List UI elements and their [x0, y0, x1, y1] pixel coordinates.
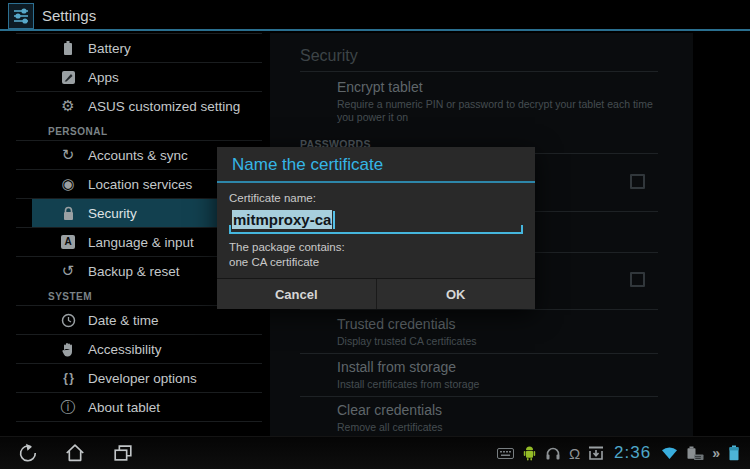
sidebar-item-battery[interactable]: Battery	[0, 34, 262, 62]
dialog-button-bar: Cancel OK	[217, 278, 535, 309]
trusted-credentials-row[interactable]: Trusted credentials Display trusted CA c…	[270, 310, 693, 353]
checkbox-unchecked[interactable]	[630, 174, 645, 189]
clock-icon	[58, 313, 78, 328]
sidebar-item-accessibility[interactable]: Accessibility	[0, 335, 262, 363]
package-contains-label: The package contains:	[229, 240, 523, 255]
chevrons-icon: »	[712, 445, 720, 461]
hand-icon	[58, 342, 78, 357]
apps-icon	[58, 70, 78, 85]
clock-time: 2:36	[614, 443, 651, 463]
recent-apps-button[interactable]	[110, 441, 136, 465]
lock-icon	[58, 206, 78, 221]
dialog-title: Name the certificate	[217, 147, 535, 181]
location-icon: ◉	[58, 174, 78, 194]
backup-icon: ↺	[58, 261, 78, 281]
sidebar-section-personal: PERSONAL	[0, 120, 262, 140]
sidebar-item-about-tablet[interactable]: ⓘ About tablet	[0, 393, 262, 421]
sidebar-item-developer-options[interactable]: { } Developer options	[0, 364, 262, 392]
settings-app-icon[interactable]	[8, 3, 34, 29]
android-settings-screen: { "header": { "title": "Settings" }, "si…	[0, 0, 750, 469]
headset-icon	[545, 446, 561, 461]
wifi-icon	[661, 446, 678, 460]
certificate-name-input[interactable]: mitmproxy-ca	[229, 207, 523, 234]
android-debug-icon	[522, 445, 537, 461]
sync-icon: ↻	[58, 145, 78, 165]
install-from-storage-row[interactable]: Install from storage Install certificate…	[270, 354, 693, 396]
battery-icon	[58, 40, 78, 56]
encrypt-tablet-row[interactable]: Encrypt tablet Require a numeric PIN or …	[270, 72, 693, 132]
gear-icon: ⚙	[58, 96, 78, 116]
name-certificate-dialog: Name the certificate Certificate name: m…	[217, 147, 535, 309]
page-title: Settings	[42, 0, 96, 31]
sidebar-item-date-time[interactable]: Date & time	[0, 306, 262, 334]
content-title: Security	[300, 47, 693, 71]
download-tray-icon	[588, 446, 604, 461]
ok-button[interactable]: OK	[377, 279, 536, 309]
headphones-icon: Ω	[569, 446, 580, 461]
dock-battery-icon	[686, 446, 704, 461]
sidebar-item-asus-customized-setting[interactable]: ⚙ ASUS customized setting	[0, 92, 262, 120]
certificate-name-label: Certificate name:	[229, 192, 523, 204]
info-icon: ⓘ	[58, 397, 78, 417]
cancel-button[interactable]: Cancel	[217, 279, 377, 309]
sidebar-item-apps[interactable]: Apps	[0, 63, 262, 91]
text-cursor	[333, 211, 335, 229]
certificate-name-value-selected: mitmproxy-ca	[232, 210, 332, 229]
braces-icon: { }	[58, 368, 78, 388]
checkbox-unchecked[interactable]	[630, 272, 645, 287]
clear-credentials-row[interactable]: Clear credentials Remove all certificate…	[270, 397, 693, 439]
language-icon: A	[58, 235, 78, 249]
battery-icon	[728, 445, 740, 461]
back-button[interactable]	[14, 441, 40, 465]
home-button[interactable]	[62, 441, 88, 465]
package-contents-value: one CA certificate	[229, 255, 523, 270]
action-bar: Settings	[0, 0, 750, 31]
keyboard-icon	[497, 448, 514, 459]
status-tray[interactable]: Ω 2:36 »	[497, 443, 750, 463]
system-bar: Ω 2:36 »	[0, 436, 750, 469]
